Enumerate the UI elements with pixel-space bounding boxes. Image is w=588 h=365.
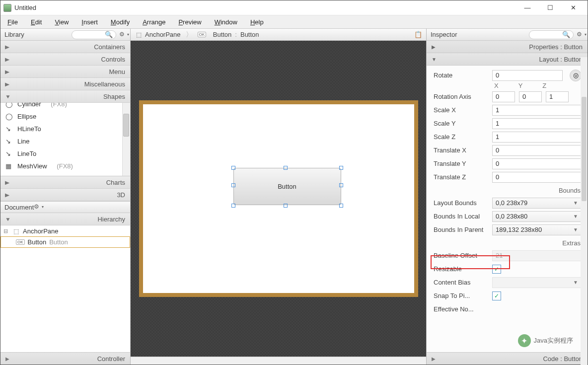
section-controls[interactable]: ▶Controls — [0, 53, 130, 66]
library-search[interactable]: 🔍 — [72, 30, 116, 39]
tree-row-button[interactable]: OK Button Button — [0, 236, 130, 248]
maximize-button[interactable]: ☐ — [539, 0, 562, 15]
list-item[interactable]: ↘LineTo — [0, 147, 130, 160]
section-charts[interactable]: ▶Charts — [0, 176, 130, 189]
menu-view[interactable]: View — [55, 18, 69, 26]
chevron-down-icon: ▼ — [573, 200, 578, 206]
library-title: Library — [4, 31, 24, 38]
inspector-search[interactable]: 🔍 — [529, 30, 574, 39]
scaley-input[interactable] — [492, 118, 582, 129]
document-title: Document — [4, 204, 34, 211]
inspector-scrollbar[interactable] — [581, 57, 588, 365]
layout-bounds-dd[interactable]: 0,0 238x79▼ — [492, 198, 582, 209]
section-containers[interactable]: ▶Containers — [0, 41, 130, 53]
button-glyph-icon: OK — [198, 32, 207, 37]
scroll-thumb[interactable] — [582, 97, 587, 201]
breadcrumb-sep-icon: 〉 — [184, 30, 195, 39]
resizable-checkbox[interactable]: ✓ — [492, 265, 501, 274]
section-3d[interactable]: ▶3D — [0, 189, 130, 201]
list-item[interactable]: ↘Line — [0, 135, 130, 147]
list-item[interactable]: ↘HLineTo — [0, 123, 130, 135]
breadcrumb-root[interactable]: ⬚AnchorPane — [135, 31, 181, 38]
bounds-parent-dd[interactable]: 189,132 238x80▼ — [492, 224, 582, 235]
menu-preview[interactable]: Preview — [178, 18, 201, 26]
section-hierarchy[interactable]: ▼Hierarchy — [0, 213, 130, 225]
hlineto-icon: ↘ — [5, 125, 13, 133]
menu-window[interactable]: Window — [215, 18, 237, 26]
axis-z-input[interactable] — [546, 91, 569, 102]
tree-row-anchorpane[interactable]: ⊟ ⬚ AnchorPane — [0, 225, 130, 237]
snap-checkbox[interactable]: ✓ — [492, 292, 501, 300]
shapes-list: ◯Cylinder (FX8) ◯Ellipse ↘HLineTo ↘Line … — [0, 103, 130, 176]
button-node[interactable]: Button — [233, 168, 341, 205]
list-item[interactable]: ◯Ellipse — [0, 110, 130, 123]
anchorpane-glyph-icon: ⬚ — [135, 31, 143, 38]
menu-edit[interactable]: Edit — [31, 18, 42, 26]
document-header: Document — [0, 201, 130, 213]
bounds-subhead: Bounds — [427, 184, 588, 196]
section-code[interactable]: ▶Code : Button — [427, 352, 588, 365]
cylinder-icon: ◯ — [5, 103, 13, 108]
list-item[interactable]: ◯Cylinder (FX8) — [0, 103, 130, 110]
chevron-down-icon: ▼ — [573, 227, 578, 232]
scalez-input[interactable] — [492, 132, 582, 143]
inspector-menu-gear-icon[interactable] — [577, 31, 584, 38]
menu-help[interactable]: Help — [250, 18, 264, 26]
menu-arrange[interactable]: Arrange — [143, 18, 165, 26]
library-menu-gear-icon[interactable] — [119, 31, 126, 38]
app-window: Untitled — ☐ ✕ File Edit View Insert Mod… — [0, 0, 588, 365]
inspector-title: Inspector — [431, 31, 457, 38]
collapse-icon[interactable]: ⊟ — [3, 228, 9, 234]
close-button[interactable]: ✕ — [562, 0, 585, 15]
line-icon: ↘ — [5, 138, 13, 145]
document-menu-gear-icon[interactable] — [34, 204, 41, 211]
left-panel: Library 🔍 ▶Containers ▶Controls ▶Menu ▶M… — [0, 29, 131, 365]
center-panel: ⬚AnchorPane 〉 OK Button: Button 📋 Button — [131, 29, 426, 365]
prop-baseline: Baseline Offset — [427, 249, 588, 262]
baseline-input — [492, 250, 582, 261]
menu-modify[interactable]: Modify — [111, 18, 130, 26]
extras-subhead: Extras — [427, 236, 588, 249]
transy-input[interactable] — [492, 158, 582, 169]
transx-input[interactable] — [492, 145, 582, 156]
breadcrumb-bar: ⬚AnchorPane 〉 OK Button: Button 📋 — [131, 29, 426, 41]
section-shapes[interactable]: ▼Shapes — [0, 90, 130, 103]
transz-input[interactable] — [492, 172, 582, 183]
section-misc[interactable]: ▶Miscellaneous — [0, 78, 130, 90]
hierarchy-tree: ⊟ ⬚ AnchorPane OK Button Button — [0, 225, 130, 352]
app-icon — [3, 4, 11, 12]
scroll-thumb[interactable] — [123, 114, 129, 137]
lineto-icon: ↘ — [5, 150, 13, 157]
clipboard-icon[interactable]: 📋 — [414, 31, 422, 38]
section-controller[interactable]: ▶Controller — [0, 352, 130, 365]
section-layout[interactable]: ▼Layout : Button — [427, 53, 588, 66]
shapes-scrollbar[interactable] — [122, 103, 130, 176]
artboard[interactable]: Button — [139, 100, 418, 297]
wechat-icon: ✦ — [518, 334, 531, 347]
anchorpane-glyph-icon: ⬚ — [12, 228, 20, 235]
meshview-icon: ▦ — [5, 162, 13, 170]
axis-labels: X Y Z — [427, 82, 588, 90]
menu-insert[interactable]: Insert — [81, 18, 98, 26]
titlebar: Untitled — ☐ ✕ — [0, 0, 588, 15]
rotate-input[interactable] — [492, 70, 563, 81]
list-item[interactable]: ▦MeshView (FX8) — [0, 160, 130, 172]
menu-file[interactable]: File — [7, 18, 18, 26]
breadcrumb-node[interactable]: OK Button: Button — [198, 31, 259, 38]
menubar: File Edit View Insert Modify Arrange Pre… — [0, 15, 588, 29]
bounds-local-dd[interactable]: 0,0 238x80▼ — [492, 211, 582, 222]
canvas-hscroll[interactable] — [131, 357, 426, 365]
rotate-gizmo-icon[interactable]: ◎ — [570, 70, 582, 81]
section-menu[interactable]: ▶Menu — [0, 66, 130, 78]
section-properties[interactable]: ▶Properties : Button — [427, 41, 588, 53]
prop-rotation-axis: Rotation Axis — [427, 90, 588, 103]
window-title: Untitled — [14, 4, 516, 11]
layout-body: Rotate ◎ X Y Z Rotation Axis Scale X Sca… — [427, 66, 588, 352]
axis-x-input[interactable] — [492, 91, 515, 102]
scalex-input[interactable] — [492, 105, 582, 116]
canvas[interactable]: Button — [131, 41, 426, 357]
button-glyph-icon: OK — [16, 239, 25, 245]
minimize-button[interactable]: — — [516, 0, 539, 15]
axis-y-input[interactable] — [519, 91, 542, 102]
prop-rotate: Rotate ◎ — [427, 69, 588, 82]
